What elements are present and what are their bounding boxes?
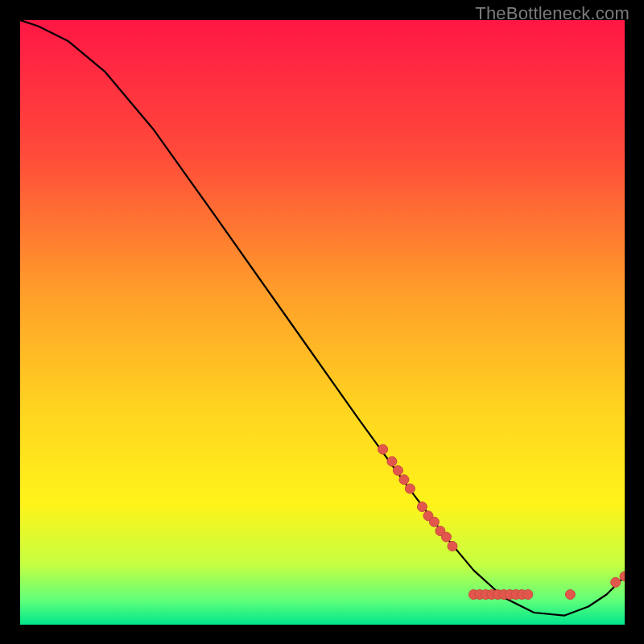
data-marker bbox=[429, 517, 439, 526]
data-marker bbox=[565, 590, 575, 600]
data-marker bbox=[442, 532, 452, 542]
chart-frame: TheBottleneck.com bbox=[0, 0, 644, 644]
data-marker bbox=[387, 456, 397, 466]
data-marker bbox=[393, 466, 402, 476]
data-marker bbox=[523, 590, 533, 600]
data-marker bbox=[448, 541, 457, 551]
plot-background bbox=[20, 20, 625, 625]
data-marker bbox=[399, 475, 409, 485]
data-marker bbox=[405, 484, 415, 493]
data-marker bbox=[417, 502, 427, 512]
data-marker bbox=[378, 444, 388, 454]
data-marker bbox=[611, 577, 621, 587]
bottleneck-curve-chart bbox=[20, 20, 625, 625]
